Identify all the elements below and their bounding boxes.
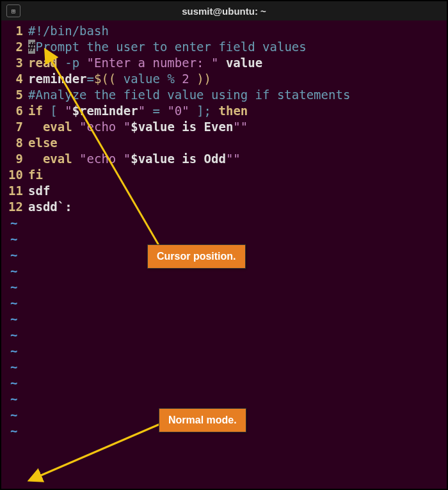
editor-line[interactable]: 7 eval "echo "$value is Even"" (1, 119, 447, 135)
window-title: susmit@ubuntu: ~ (182, 6, 266, 17)
code-token: [ (43, 104, 65, 118)
editor-line[interactable]: 4reminder=$(( value % 2 )) (1, 71, 447, 87)
code-token: = (87, 72, 94, 86)
code-token: " (138, 104, 145, 118)
code-token: $value (131, 120, 175, 134)
code-token: value (218, 56, 262, 70)
code-token: "echo " (79, 152, 131, 166)
code-token: = (145, 104, 167, 118)
code-token: eval (43, 152, 72, 166)
code-token: 2 (175, 72, 196, 86)
empty-line-tilde: ~ (1, 391, 447, 407)
code-token: is Even (175, 120, 234, 134)
line-code[interactable]: fi (28, 167, 447, 183)
line-number: 4 (1, 71, 28, 87)
line-number: 5 (1, 87, 28, 103)
code-token: read (28, 56, 58, 70)
code-token (72, 152, 79, 166)
code-token: value (116, 72, 167, 86)
line-code[interactable]: else (28, 135, 447, 151)
code-token (28, 120, 43, 134)
line-number: 6 (1, 103, 28, 119)
code-token (72, 120, 79, 134)
code-token: fi (28, 168, 43, 182)
code-token: #Analyze the field value using if statem… (28, 88, 350, 102)
line-code[interactable]: asdd`: (28, 199, 447, 215)
line-code[interactable]: #!/bin/bash (28, 23, 447, 39)
editor-line[interactable]: 1#!/bin/bash (1, 23, 447, 39)
code-token (28, 152, 43, 166)
code-token: "" (233, 120, 248, 134)
line-code[interactable]: eval "echo "$value is Even"" (28, 119, 447, 135)
code-token: Prompt the user to enter field values (35, 40, 306, 54)
editor-line[interactable]: 9 eval "echo "$value is Odd"" (1, 151, 447, 167)
editor-line[interactable]: 8else (1, 135, 447, 151)
line-number: 12 (1, 199, 28, 215)
code-token: $(( (94, 72, 116, 86)
line-number: 10 (1, 167, 28, 183)
line-number: 9 (1, 151, 28, 167)
code-token: # (28, 40, 35, 54)
annotation-mode-label: Normal mode. (159, 408, 246, 432)
code-token: #!/bin/bash (28, 24, 109, 38)
tab-icon-glyph: ⊞ (12, 7, 16, 15)
line-number: 8 (1, 135, 28, 151)
code-token: "" (226, 152, 241, 166)
code-token: )) (196, 72, 211, 86)
editor-line[interactable]: 10fi (1, 167, 447, 183)
empty-line-tilde: ~ (1, 327, 447, 343)
line-code[interactable]: #Prompt the user to enter field values (28, 39, 447, 55)
code-token: ]; (189, 104, 219, 118)
line-number: 1 (1, 23, 28, 39)
code-token: reminder (28, 72, 87, 86)
editor-line[interactable]: 11sdf (1, 183, 447, 199)
empty-line-tilde: ~ (1, 375, 447, 391)
line-code[interactable]: #Analyze the field value using if statem… (28, 87, 447, 103)
code-token: % (167, 72, 174, 86)
code-token: $value (131, 152, 175, 166)
code-token: -p (58, 56, 87, 70)
code-token: $reminder (72, 104, 138, 118)
code-token: is Odd (175, 152, 226, 166)
code-token: sdf (28, 184, 50, 198)
line-code[interactable]: eval "echo "$value is Odd"" (28, 151, 447, 167)
editor-line[interactable]: 12asdd`: (1, 199, 447, 215)
editor-line[interactable]: 6if [ "$reminder" = "0" ]; then (1, 103, 447, 119)
editor-viewport[interactable]: 1#!/bin/bash2#Prompt the user to enter f… (1, 20, 447, 441)
empty-line-tilde: ~ (1, 215, 447, 231)
line-number: 7 (1, 119, 28, 135)
line-number: 3 (1, 55, 28, 71)
code-token: "0" (167, 104, 189, 118)
empty-line-tilde: ~ (1, 311, 447, 327)
line-code[interactable]: reminder=$(( value % 2 )) (28, 71, 447, 87)
empty-line-tilde: ~ (1, 359, 447, 375)
code-token: else (28, 136, 58, 150)
window-titlebar: ⊞ susmit@ubuntu: ~ (1, 1, 447, 20)
empty-line-tilde: ~ (1, 343, 447, 359)
line-code[interactable]: if [ "$reminder" = "0" ]; then (28, 103, 447, 119)
line-number: 11 (1, 183, 28, 199)
code-token: eval (43, 120, 72, 134)
code-token: "Enter a number: " (87, 56, 219, 70)
new-tab-icon[interactable]: ⊞ (6, 4, 20, 17)
empty-line-tilde: ~ (1, 279, 447, 295)
annotation-cursor-label: Cursor position. (147, 244, 246, 269)
editor-line[interactable]: 2#Prompt the user to enter field values (1, 39, 447, 55)
code-token: asdd`: (28, 200, 72, 214)
code-token: "echo " (79, 120, 131, 134)
code-token: " (65, 104, 72, 118)
editor-line[interactable]: 5#Analyze the field value using if state… (1, 87, 447, 103)
empty-line-tilde: ~ (1, 295, 447, 311)
line-code[interactable]: read -p "Enter a number: " value (28, 55, 447, 71)
code-token: then (219, 104, 248, 118)
line-code[interactable]: sdf (28, 183, 447, 199)
line-number: 2 (1, 39, 28, 55)
code-token: if (28, 104, 43, 118)
editor-line[interactable]: 3read -p "Enter a number: " value (1, 55, 447, 71)
